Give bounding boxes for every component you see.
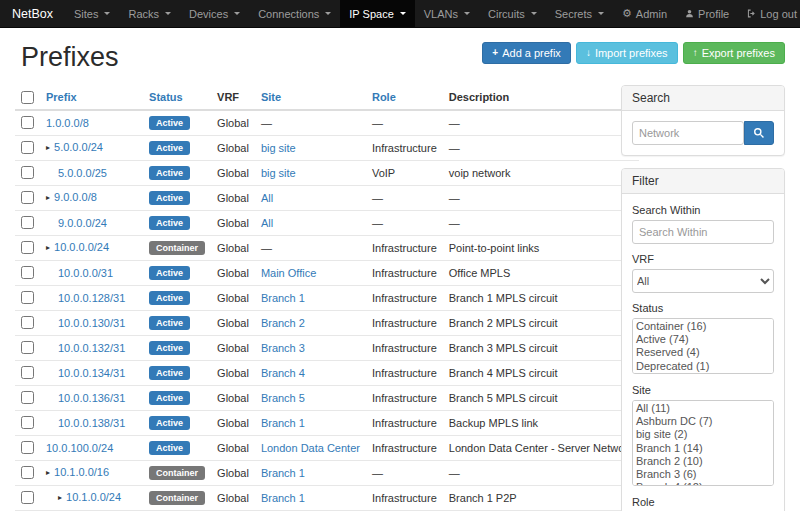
sort-status-header[interactable]: Status bbox=[149, 91, 183, 103]
site-link[interactable]: All bbox=[261, 217, 273, 229]
app-logo[interactable]: NetBox bbox=[0, 0, 65, 27]
search-input[interactable] bbox=[632, 121, 744, 145]
row-checkbox[interactable] bbox=[21, 216, 34, 229]
prefix-link[interactable]: 10.0.0.136/31 bbox=[58, 392, 125, 404]
status-cell: Active bbox=[143, 385, 211, 410]
filter-option[interactable]: Container (16) bbox=[634, 320, 772, 333]
prefix-link[interactable]: 10.1.0.0/16 bbox=[54, 466, 109, 478]
row-checkbox[interactable] bbox=[21, 341, 34, 354]
site-link[interactable]: London Data Center bbox=[261, 442, 360, 454]
site-link[interactable]: Branch 5 bbox=[261, 392, 305, 404]
filter-option[interactable]: Ashburn DC (7) bbox=[634, 415, 772, 428]
site-link[interactable]: Branch 1 bbox=[261, 467, 305, 479]
site-link[interactable]: Branch 3 bbox=[261, 342, 305, 354]
nav-item-secrets[interactable]: Secrets bbox=[546, 0, 613, 27]
filter-option[interactable]: Active (74) bbox=[634, 333, 772, 346]
filter-option[interactable]: Branch 1 (14) bbox=[634, 442, 772, 455]
nav-item-vlans[interactable]: VLANs bbox=[415, 0, 479, 27]
row-checkbox[interactable] bbox=[21, 191, 34, 204]
row-checkbox[interactable] bbox=[21, 141, 34, 154]
expand-caret-icon: ▸ bbox=[46, 143, 50, 152]
row-checkbox[interactable] bbox=[21, 366, 34, 379]
filter-option[interactable]: Reserved (4) bbox=[634, 346, 772, 359]
row-checkbox[interactable] bbox=[21, 166, 34, 179]
prefix-link[interactable]: 10.0.0.0/24 bbox=[54, 241, 109, 253]
sort-site-header[interactable]: Site bbox=[261, 91, 281, 103]
site-link[interactable]: big site bbox=[261, 142, 296, 154]
site-cell: All bbox=[255, 185, 366, 210]
export-prefixes-button[interactable]: ↑ Export prefixes bbox=[683, 42, 785, 64]
prefix-link[interactable]: 10.0.0.134/31 bbox=[58, 367, 125, 379]
nav-item-circuits[interactable]: Circuits bbox=[479, 0, 546, 27]
filter-option[interactable]: Branch 2 (10) bbox=[634, 455, 772, 468]
add-prefix-button[interactable]: + Add a prefix bbox=[482, 42, 571, 64]
row-checkbox[interactable] bbox=[21, 291, 34, 304]
prefix-link[interactable]: 5.0.0.0/24 bbox=[54, 141, 103, 153]
row-checkbox[interactable] bbox=[21, 466, 34, 479]
prefix-link[interactable]: 10.0.0.138/31 bbox=[58, 417, 125, 429]
site-link[interactable]: Main Office bbox=[261, 267, 316, 279]
status-filter-listbox[interactable]: Container (16)Active (74)Reserved (4)Dep… bbox=[632, 318, 774, 374]
site-filter-listbox[interactable]: All (11)Ashburn DC (7)big site (2)Branch… bbox=[632, 400, 774, 486]
status-badge: Active bbox=[149, 166, 190, 180]
logout-link[interactable]: Log out bbox=[738, 0, 800, 27]
site-link[interactable]: Branch 1 bbox=[261, 292, 305, 304]
prefix-link[interactable]: 1.0.0.0/8 bbox=[46, 117, 89, 129]
row-checkbox[interactable] bbox=[21, 491, 34, 504]
prefix-table: Prefix Status VRF Site Role Description … bbox=[15, 85, 639, 511]
search-within-input[interactable] bbox=[632, 220, 774, 244]
site-link[interactable]: big site bbox=[261, 167, 296, 179]
prefix-link[interactable]: 10.0.0.0/31 bbox=[58, 267, 113, 279]
nav-item-sites[interactable]: Sites bbox=[65, 0, 119, 27]
nav-item-connections[interactable]: Connections bbox=[249, 0, 340, 27]
row-checkbox[interactable] bbox=[21, 316, 34, 329]
row-checkbox[interactable] bbox=[21, 266, 34, 279]
select-all-checkbox[interactable] bbox=[21, 91, 34, 104]
vrf-cell: Global bbox=[211, 385, 255, 410]
site-link[interactable]: All bbox=[261, 192, 273, 204]
site-link[interactable]: Branch 1 bbox=[261, 417, 305, 429]
prefix-link[interactable]: 9.0.0.0/8 bbox=[54, 191, 97, 203]
table-row: 5.0.0.0/25ActiveGlobalbig siteVoIPvoip n… bbox=[15, 160, 639, 185]
vrf-select[interactable]: All bbox=[632, 269, 774, 293]
prefix-link[interactable]: 5.0.0.0/25 bbox=[58, 167, 107, 179]
site-cell: Branch 2 bbox=[255, 310, 366, 335]
admin-link[interactable]: ⚙ Admin bbox=[613, 0, 676, 27]
sort-prefix-header[interactable]: Prefix bbox=[46, 91, 77, 103]
filter-option[interactable]: Branch 3 (6) bbox=[634, 468, 772, 481]
prefix-link[interactable]: 9.0.0.0/24 bbox=[58, 217, 107, 229]
sort-role-header[interactable]: Role bbox=[372, 91, 396, 103]
status-cell: Active bbox=[143, 285, 211, 310]
row-checkbox[interactable] bbox=[21, 441, 34, 454]
vrf-cell: Global bbox=[211, 285, 255, 310]
filter-option[interactable]: All (11) bbox=[634, 402, 772, 415]
prefix-link[interactable]: 10.1.0.0/24 bbox=[66, 491, 121, 503]
import-prefixes-button[interactable]: ↓ Import prefixes bbox=[576, 42, 678, 64]
prefix-cell: ▸10.1.0.0/16 bbox=[40, 460, 143, 485]
row-checkbox[interactable] bbox=[21, 391, 34, 404]
site-cell: Branch 1 bbox=[255, 460, 366, 485]
nav-item-ip-space[interactable]: IP Space bbox=[340, 0, 414, 27]
expand-caret-icon: ▸ bbox=[46, 468, 50, 477]
prefix-link[interactable]: 10.0.0.130/31 bbox=[58, 317, 125, 329]
site-link[interactable]: Branch 1 bbox=[261, 492, 305, 504]
row-checkbox[interactable] bbox=[21, 241, 34, 254]
row-checkbox[interactable] bbox=[21, 416, 34, 429]
nav-item-devices[interactable]: Devices bbox=[180, 0, 249, 27]
prefix-link[interactable]: 10.0.0.128/31 bbox=[58, 292, 125, 304]
search-button[interactable] bbox=[744, 121, 774, 145]
prefix-link[interactable]: 10.0.100.0/24 bbox=[46, 442, 113, 454]
site-link[interactable]: Branch 4 bbox=[261, 367, 305, 379]
nav-item-label: Devices bbox=[189, 8, 228, 20]
filter-option[interactable]: big site (2) bbox=[634, 428, 772, 441]
filter-option[interactable]: Branch 4 (12) bbox=[634, 481, 772, 486]
row-checkbox[interactable] bbox=[21, 116, 34, 129]
filter-option[interactable]: Deprecated (1) bbox=[634, 360, 772, 373]
site-link[interactable]: Branch 2 bbox=[261, 317, 305, 329]
logout-icon bbox=[747, 9, 756, 18]
profile-link[interactable]: Profile bbox=[676, 0, 738, 27]
checkbox-cell bbox=[15, 460, 40, 485]
nav-item-racks[interactable]: Racks bbox=[119, 0, 180, 27]
prefix-link[interactable]: 10.0.0.132/31 bbox=[58, 342, 125, 354]
table-row: 10.0.100.0/24ActiveGlobalLondon Data Cen… bbox=[15, 435, 639, 460]
